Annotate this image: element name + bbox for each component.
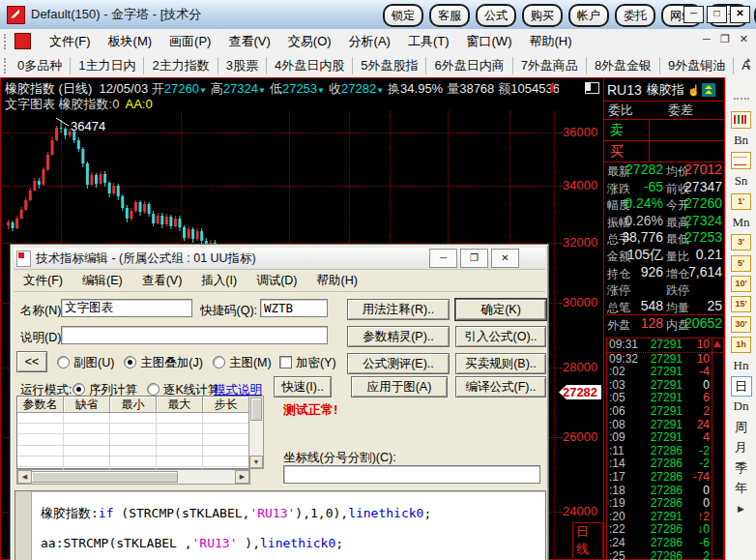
period-Hn[interactable]: Hn [734, 358, 749, 373]
shortcut-input[interactable] [260, 299, 328, 317]
board-tab-2主力指数[interactable]: 2主力指数 [144, 57, 218, 74]
chart-type-radio-主图叠加(J)[interactable]: 主图叠加(J) [124, 356, 203, 369]
quick-button-购买[interactable]: 购买 [522, 4, 563, 27]
menu-板块(M)[interactable]: 板块(M) [100, 33, 161, 50]
period-item-Hn[interactable]: Hn [726, 355, 756, 375]
dialog-close[interactable]: ✕ [491, 249, 519, 268]
tick-scrollbar[interactable] [712, 339, 723, 560]
dialog-menu-查看(V)[interactable]: 查看(V) [132, 273, 192, 289]
quick-button-客服[interactable]: 客服 [429, 4, 470, 27]
split-window-icon[interactable] [585, 82, 599, 94]
tabbar-spinner[interactable]: ▲▼ [742, 56, 754, 72]
ok-button[interactable]: 确定(K) [455, 299, 546, 320]
tick-chart-icon[interactable] [731, 152, 751, 169]
period-item-Bn[interactable]: Bn [726, 130, 756, 150]
parameter-table[interactable]: 参数名缺省最小最大步长 [16, 396, 250, 469]
period-10'[interactable]: 10' [731, 276, 751, 292]
period-item-▶[interactable]: ▶ [726, 499, 756, 519]
import-formula-button[interactable]: 引入公式(O).. [455, 326, 546, 347]
board-tab-4外盘日内股[interactable]: 4外盘日内股 [267, 57, 353, 74]
dialog-minimize[interactable]: ─ [429, 249, 457, 268]
period-15'[interactable]: 15' [731, 296, 751, 312]
period-item-Sn[interactable]: Sn [726, 171, 756, 192]
board-tab-1主力日内[interactable]: 1主力日内 [71, 57, 144, 74]
quick-button-锁定[interactable]: 锁定 [383, 4, 423, 27]
menu-画面(P)[interactable]: 画面(P) [160, 33, 219, 50]
period-item-Mn[interactable]: Mn [726, 212, 756, 232]
runmode-radio-序列计算[interactable]: 序列计算 [73, 383, 137, 397]
board-tab-8外盘金银[interactable]: 8外盘金银 [587, 57, 660, 74]
description-input[interactable] [61, 326, 328, 344]
board-tab-9外盘铜油[interactable]: 9外盘铜油 [660, 57, 734, 74]
period-item-月[interactable]: 月 [726, 437, 756, 457]
apply-to-chart-button[interactable]: 应用于图(A) [351, 376, 448, 398]
period-item-15'[interactable]: 15' [726, 294, 756, 314]
coordinate-line-input[interactable] [283, 465, 540, 484]
period-daily-selected[interactable]: 日 [731, 376, 752, 397]
quick-button-帐户[interactable]: 帐户 [568, 4, 609, 27]
runmode-radio-逐K线计算[interactable]: 逐K线计算 [147, 383, 219, 397]
period-item-日[interactable]: 日 [726, 376, 756, 397]
period-item-kline-chart-icon[interactable] [726, 109, 756, 130]
compile-formula-button[interactable]: 编译公式(F).. [455, 376, 546, 398]
period-1'[interactable]: 1' [731, 193, 751, 210]
period-周[interactable]: 周 [735, 419, 747, 436]
dialog-titlebar[interactable]: 技术指标编辑 - (所属公式组 : 01 UU指标) ─❐✕ [14, 248, 545, 270]
board-tab-6外盘日内商[interactable]: 6外盘日内商 [426, 57, 512, 74]
dialog-menu-帮助(H)[interactable]: 帮助(H) [306, 273, 366, 289]
period-item-Dn[interactable]: Dn [726, 397, 756, 417]
dialog-menu-调试(D)[interactable]: 调试(D) [247, 273, 306, 289]
encrypt-checkbox[interactable]: 加密(Y) [279, 355, 336, 371]
menu-工具(T)[interactable]: 工具(T) [399, 33, 458, 50]
close-button[interactable]: ✕ [730, 6, 750, 23]
period-item-年[interactable]: 年 [726, 479, 756, 499]
dialog-menu-编辑(E)[interactable]: 编辑(E) [73, 273, 132, 289]
period-Bn[interactable]: Bn [734, 133, 748, 148]
menu-帮助(H)[interactable]: 帮助(H) [520, 33, 580, 50]
mdi-restore[interactable]: ❐ [720, 33, 730, 45]
toolbar-more-arrow[interactable]: ▶ [738, 504, 744, 514]
kline-chart-icon[interactable] [731, 111, 751, 129]
period-3'[interactable]: 3' [731, 234, 751, 251]
usage-notes-button[interactable]: 用法注释(R).. [347, 299, 450, 320]
chart-type-radio-主图(M)[interactable]: 主图(M) [213, 356, 272, 369]
period-Mn[interactable]: Mn [732, 215, 749, 230]
board-tab-5外盘股指[interactable]: 5外盘股指 [353, 57, 426, 74]
period-item-1h[interactable]: 1h [726, 335, 756, 355]
period-item-10'[interactable]: 10' [726, 274, 756, 294]
trade-rules-button[interactable]: 买卖规则(B).. [455, 353, 546, 374]
period-item-季[interactable]: 季 [726, 457, 756, 478]
period-item-3'[interactable]: 3' [726, 232, 756, 252]
board-tab-3股票[interactable]: 3股票 [218, 57, 267, 74]
board-tab-0多品种[interactable]: 0多品种 [10, 57, 71, 74]
formula-test-button[interactable]: 公式测评(E).. [347, 353, 450, 374]
menu-查看(V)[interactable]: 查看(V) [219, 33, 278, 50]
period-item-30'[interactable]: 30' [726, 314, 756, 335]
period-Dn[interactable]: Dn [734, 398, 749, 414]
mdi-minimize[interactable]: ─ [703, 33, 711, 45]
quick-button[interactable]: 快速(I).. [274, 376, 332, 398]
parameter-table-hscrollbar[interactable]: ◀ ▶ [16, 469, 250, 485]
period-item-tick-chart-icon[interactable] [726, 151, 756, 171]
period-tab-daily[interactable]: 日线 [572, 522, 603, 558]
period-Sn[interactable]: Sn [735, 173, 748, 189]
period-5'[interactable]: 5' [731, 255, 751, 272]
menu-文件(F)[interactable]: 文件(F) [41, 33, 100, 50]
mdi-close[interactable]: ✕ [740, 33, 748, 45]
menu-分析(A)[interactable]: 分析(A) [340, 33, 399, 50]
param-wizard-button[interactable]: 参数精灵(P).. [347, 326, 450, 347]
period-年[interactable]: 年 [735, 480, 747, 497]
period-30'[interactable]: 30' [731, 316, 751, 333]
dialog-menu-插入(I)[interactable]: 插入(I) [191, 273, 247, 289]
period-item-周[interactable]: 周 [726, 417, 756, 437]
period-季[interactable]: 季 [735, 459, 747, 477]
menu-交易(O)[interactable]: 交易(O) [279, 33, 340, 50]
quick-button-委托[interactable]: 委托 [615, 4, 655, 27]
quick-button-公式[interactable]: 公式 [476, 4, 516, 27]
dialog-restore[interactable]: ❐ [460, 249, 488, 268]
dialog-menu-文件(F)[interactable]: 文件(F) [14, 273, 73, 289]
quote-header[interactable]: RU13 橡胶指 ☝ [604, 78, 724, 102]
collapse-button[interactable]: << [16, 351, 47, 372]
period-item-1'[interactable]: 1' [726, 192, 756, 212]
period-月[interactable]: 月 [735, 439, 747, 457]
